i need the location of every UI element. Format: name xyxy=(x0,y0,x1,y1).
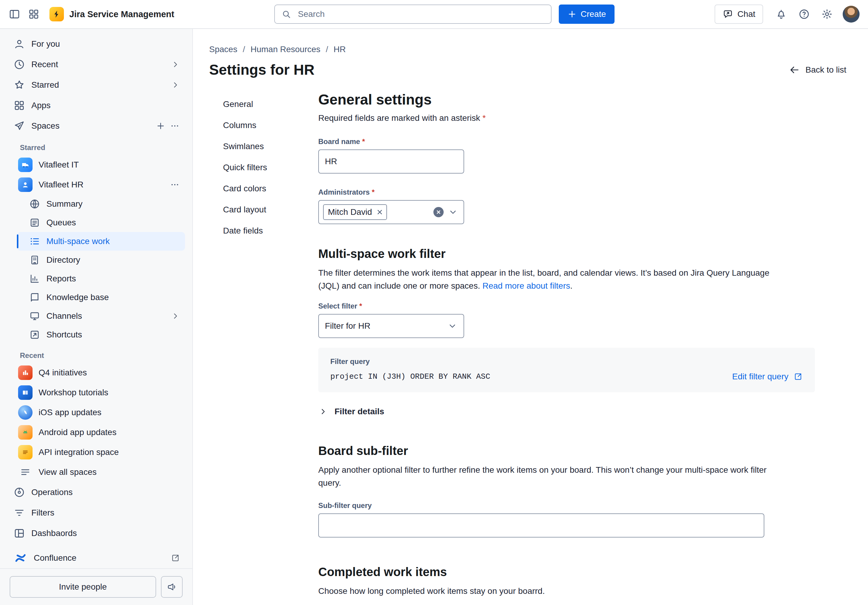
dashboard-icon xyxy=(13,527,25,539)
sidebar-item-operations[interactable]: Operations xyxy=(7,482,185,503)
admin-tag: Mitch David xyxy=(323,204,387,220)
notifications-button[interactable] xyxy=(772,5,791,24)
search-input[interactable] xyxy=(296,9,545,20)
subfilter-description: Apply another optional filter to further… xyxy=(318,464,783,489)
bar-chart-icon xyxy=(29,273,40,285)
read-more-link[interactable]: Read more about filters xyxy=(482,281,570,291)
settings-tab-general[interactable]: General xyxy=(223,94,318,115)
sidebar-item-label: Workshop tutorials xyxy=(39,388,180,398)
sidebar-space-ios-app-updates[interactable]: iOS app updates xyxy=(7,402,185,422)
app-switcher-icon xyxy=(28,8,40,20)
edit-filter-query-label: Edit filter query xyxy=(732,372,789,381)
subfilter-heading: Board sub-filter xyxy=(318,444,815,458)
sidebar-nav: For you Recent Starred Apps Spaces xyxy=(0,29,192,568)
breadcrumb-hr[interactable]: HR xyxy=(334,45,346,54)
user-avatar[interactable] xyxy=(843,6,860,23)
list-icon xyxy=(18,466,33,478)
page-title: Settings for HR xyxy=(209,62,315,78)
breadcrumb-separator: / xyxy=(326,45,328,54)
settings-button[interactable] xyxy=(817,5,837,24)
sidebar-item-label: Spaces xyxy=(31,121,149,131)
sidebar-item-recent[interactable]: Recent xyxy=(7,54,185,75)
sidebar-item-shortcuts[interactable]: Shortcuts xyxy=(17,325,185,344)
sidebar-item-apps[interactable]: Apps xyxy=(7,95,185,116)
app-title: Jira Service Management xyxy=(69,9,174,19)
queues-icon xyxy=(29,217,40,228)
sidebar-item-reports[interactable]: Reports xyxy=(17,269,185,288)
help-button[interactable] xyxy=(794,5,814,24)
sidebar-item-label: For you xyxy=(31,39,180,49)
create-button[interactable]: Create xyxy=(559,5,614,24)
sidebar-space-workshop-tutorials[interactable]: Workshop tutorials xyxy=(7,383,185,402)
settings-tab-swimlanes[interactable]: Swimlanes xyxy=(223,136,318,157)
sidebar-item-label: Summary xyxy=(46,199,180,209)
chat-button[interactable]: Chat xyxy=(715,5,763,24)
sidebar-item-directory[interactable]: Directory xyxy=(17,251,185,269)
sidebar-item-dashboards[interactable]: Dashbaords xyxy=(7,523,185,543)
select-filter-dropdown[interactable]: Filter for HR xyxy=(318,314,464,338)
chevron-right-icon xyxy=(170,60,180,69)
external-link-icon xyxy=(170,553,180,563)
collapse-sidebar-button[interactable] xyxy=(5,5,24,24)
nav-right-actions: Chat xyxy=(715,5,860,24)
sidebar-item-summary[interactable]: Summary xyxy=(17,195,185,213)
sidebar-section-starred: Starred xyxy=(7,136,185,155)
breadcrumb-human-resources[interactable]: Human Resources xyxy=(250,45,320,54)
settings-tab-date-fields[interactable]: Date fields xyxy=(223,220,318,241)
sidebar-item-starred[interactable]: Starred xyxy=(7,75,185,95)
sidebar-item-spaces[interactable]: Spaces xyxy=(7,116,185,136)
back-to-list-link[interactable]: Back to list xyxy=(789,64,846,76)
jsm-logo xyxy=(50,7,64,22)
sidebar-item-knowledge-base[interactable]: Knowledge base xyxy=(17,288,185,307)
sidebar-item-channels[interactable]: Channels xyxy=(17,307,185,325)
sidebar-item-queues[interactable]: Queues xyxy=(17,213,185,232)
globe-icon xyxy=(29,198,40,210)
sidebar-space-vitafleet-it[interactable]: Vitafleet IT xyxy=(7,155,185,175)
sidebar-space-api-integration[interactable]: API integration space xyxy=(7,442,185,462)
sidebar-space-vitafleet-hr[interactable]: Vitafleet HR xyxy=(7,175,185,195)
breadcrumb-spaces[interactable]: Spaces xyxy=(209,45,237,54)
search-icon xyxy=(281,9,292,20)
sidebar-item-label: API integration space xyxy=(39,447,180,457)
settings-tab-card-layout[interactable]: Card layout xyxy=(223,199,318,220)
chevron-right-icon xyxy=(170,311,180,321)
breadcrumb-separator: / xyxy=(243,45,245,54)
sidebar-space-q4-initiatives[interactable]: Q4 initiatives xyxy=(7,363,185,383)
sidebar-item-multi-space-work[interactable]: Multi-space work xyxy=(17,232,185,251)
global-search[interactable] xyxy=(274,5,552,24)
sidebar-space-android-app-updates[interactable]: Android app updates xyxy=(7,422,185,442)
invite-people-button[interactable]: Invite people xyxy=(10,576,156,598)
clear-all-icon[interactable] xyxy=(433,207,444,217)
app-logo-title[interactable]: Jira Service Management xyxy=(50,7,174,22)
sidebar-item-confluence[interactable]: Confluence xyxy=(7,547,185,568)
feedback-button[interactable] xyxy=(161,576,183,598)
sidebar-item-filters[interactable]: Filters xyxy=(7,503,185,523)
settings-tab-quick-filters[interactable]: Quick filters xyxy=(223,157,318,178)
ios-app-updates-space-icon xyxy=(18,405,33,420)
sidebar-item-label: Confluence xyxy=(34,553,164,563)
asterisk: * xyxy=(482,113,486,123)
add-space-icon[interactable] xyxy=(155,121,166,131)
vitafleet-it-space-icon xyxy=(18,158,33,172)
sidebar-item-label: Recent xyxy=(31,60,164,69)
board-name-input[interactable] xyxy=(318,149,464,173)
filter-details-toggle[interactable]: Filter details xyxy=(318,407,815,416)
sidebar-item-for-you[interactable]: For you xyxy=(7,34,185,54)
sidebar-item-view-all-spaces[interactable]: View all spaces xyxy=(7,462,185,482)
administrators-select[interactable]: Mitch David xyxy=(318,200,464,224)
chevron-down-icon xyxy=(447,321,457,331)
top-navigation: Jira Service Management Create Chat xyxy=(0,0,868,29)
clock-icon xyxy=(13,59,25,71)
settings-tab-card-colors[interactable]: Card colors xyxy=(223,178,318,199)
sidebar-item-label: Filters xyxy=(31,508,180,518)
app-switcher-button[interactable] xyxy=(24,5,43,24)
settings-tab-columns[interactable]: Columns xyxy=(223,115,318,136)
more-options-icon[interactable] xyxy=(169,121,180,132)
external-link-icon xyxy=(793,372,803,381)
more-options-icon[interactable] xyxy=(169,179,180,190)
sub-filter-input[interactable] xyxy=(318,514,764,537)
edit-filter-query-link[interactable]: Edit filter query xyxy=(732,372,803,381)
remove-admin-icon[interactable] xyxy=(375,207,384,217)
main-content: Spaces / Human Resources / HR Settings f… xyxy=(193,29,868,605)
shortcut-icon xyxy=(29,329,40,340)
